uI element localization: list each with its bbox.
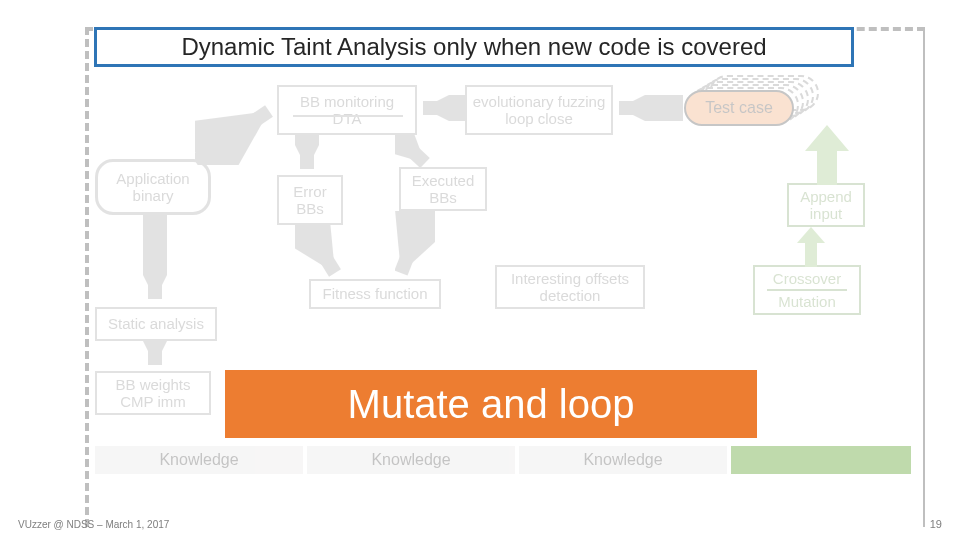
append-input-label: Append input xyxy=(789,188,863,223)
mutate-overlay: Mutate and loop xyxy=(225,370,757,438)
error-bbs-label: Error BBs xyxy=(279,183,341,218)
mutation-label: Mutation xyxy=(778,293,836,310)
svg-line-5 xyxy=(401,211,425,273)
svg-marker-10 xyxy=(797,227,825,267)
title-bar: Dynamic Taint Analysis only when new cod… xyxy=(94,27,854,67)
arrow-bb-to-exec xyxy=(395,135,435,171)
arrow-appbin-to-bb xyxy=(195,105,279,165)
dta-label: DTA xyxy=(333,110,362,127)
svg-line-6 xyxy=(195,111,269,161)
title-text: Dynamic Taint Analysis only when new cod… xyxy=(181,33,766,61)
footer-text: VUzzer @ NDSS – March 1, 2017 xyxy=(18,519,169,530)
svg-line-3 xyxy=(395,135,425,163)
page-number: 19 xyxy=(930,518,942,530)
static-analysis-label: Static analysis xyxy=(108,315,204,332)
arrow-evo-to-bb xyxy=(417,95,465,121)
bb-weights-label: BB weights CMP imm xyxy=(97,376,209,411)
arrow-appbin-to-static xyxy=(143,215,167,307)
arrow-static-to-bbw xyxy=(143,341,167,373)
knowledge-label-1: Knowledge xyxy=(159,451,238,469)
svg-line-4 xyxy=(305,225,335,273)
evo-fuzzing-label: evolutionary fuzzing loop close xyxy=(467,93,611,128)
knowledge-label-3: Knowledge xyxy=(583,451,662,469)
arrow-green-up xyxy=(805,125,849,185)
testcase-label: Test case xyxy=(705,99,773,117)
svg-marker-9 xyxy=(805,125,849,185)
interesting-offsets-label: Interesting offsets detection xyxy=(497,270,643,305)
executed-bbs-label: Executed BBs xyxy=(401,172,485,207)
crossover-label: Crossover xyxy=(773,270,841,287)
diagram-faded-layer: BB monitoring DTA evolutionary fuzzing l… xyxy=(95,75,915,410)
arrow-green-up2 xyxy=(797,227,825,267)
fitness-function-label: Fitness function xyxy=(322,285,427,302)
arrow-error-to-fitness xyxy=(295,225,345,281)
mutate-overlay-text: Mutate and loop xyxy=(348,382,635,427)
app-binary-label: Application binary xyxy=(98,170,208,205)
knowledge-label-2: Knowledge xyxy=(371,451,450,469)
knowledge-highlight xyxy=(731,446,911,474)
arrow-bb-to-error xyxy=(295,135,319,177)
bb-monitoring-label: BB monitoring xyxy=(300,93,394,110)
arrow-exec-to-fitness xyxy=(395,211,435,281)
arrow-test-to-evo xyxy=(613,95,683,121)
